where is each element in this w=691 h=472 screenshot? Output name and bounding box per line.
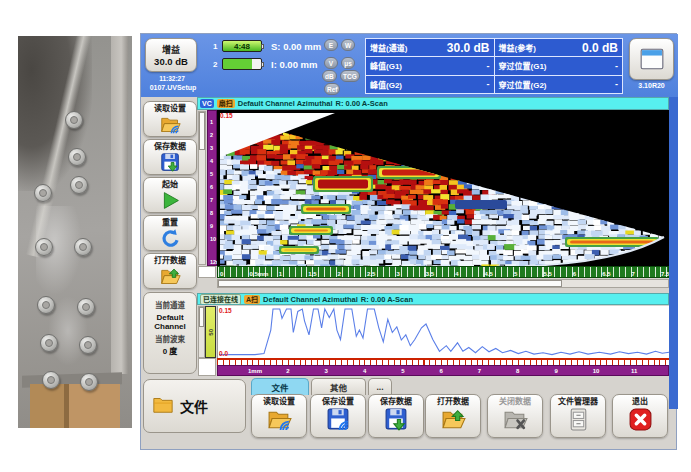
quick-key-w[interactable]: W [341, 39, 355, 51]
menu-button-4[interactable]: 打开数据 [425, 394, 481, 438]
undo-icon [160, 228, 181, 249]
menu-button-2[interactable]: 保存设置 [310, 394, 366, 438]
readout-value: 0.0 dB [582, 41, 618, 55]
measurement-readouts: 增益(通道)30.0 dB增益(参考)0.0 dB峰值(G1)-穿过位置(G1)… [365, 38, 623, 94]
distance-tick-label: 0 [220, 271, 223, 277]
screen: 增益 30.0 dB 11:32:27 0107.UVSetup 1 4:48 … [0, 0, 691, 472]
menu-button-label: 关闭数据 [499, 397, 531, 407]
range-tick-label: 2 [286, 368, 289, 374]
sidebar-button-2[interactable]: 保存数据 [143, 139, 197, 175]
firmware-version: 3.10R20 [629, 82, 674, 89]
sscan-vscrollbar[interactable] [198, 111, 206, 265]
display-layout-button[interactable] [629, 38, 674, 80]
sscan-title: Default Channel Azimuthal [238, 99, 333, 108]
readout-label: 增益(参考) [499, 42, 536, 53]
menu-tab-3[interactable]: ... [368, 378, 392, 395]
menu-button-7[interactable]: 退出 [612, 394, 668, 438]
distance-tick-label: 4.5 [485, 271, 493, 277]
menu-button-label: 读取设置 [263, 397, 295, 407]
folder-wifi-icon [160, 114, 181, 135]
readout-cell: 增益(参考)0.0 dB [495, 39, 623, 56]
rivet [74, 238, 92, 256]
quick-key-db[interactable]: dB [322, 70, 337, 82]
current-beam-value: 0 度 [163, 347, 178, 356]
sidebar-button-label: 读取设置 [154, 104, 186, 114]
depth-tick-label: 1 [210, 119, 213, 125]
sector-scan-chip: 扇扫 [217, 99, 235, 108]
sidebar-button-5[interactable]: 打开数据 [143, 253, 197, 289]
sscan-hscrollbar[interactable] [217, 279, 669, 288]
depth-tick-label: 4 [210, 158, 213, 164]
menu-button-label: 保存设置 [322, 397, 354, 407]
readout-value: - [487, 79, 490, 89]
menu-button-1[interactable]: 读取设置 [251, 394, 307, 438]
sidebar-button-label: 重置 [162, 218, 178, 228]
menu-section-label: 文件 [143, 379, 246, 433]
range-tick-label: 7 [478, 368, 481, 374]
ascan-scale-top: 0.15 [219, 307, 232, 314]
readout-cell: 增益(通道)30.0 dB [366, 39, 494, 56]
quick-key-tcg[interactable]: TCG [340, 70, 360, 82]
quick-key-v[interactable]: V [324, 57, 338, 69]
photo-wood-base [30, 384, 120, 428]
gain-button-value: 30.0 dB [154, 56, 188, 67]
rivet [68, 148, 86, 166]
channel-panel: 当前通道 Default Channel 当前波束 0 度 [143, 292, 197, 374]
rivet [40, 334, 58, 352]
range-tick-label: 3 [325, 368, 328, 374]
ascan-scale-mid: 50 [208, 329, 214, 336]
menu-button-label: 文件管理器 [558, 397, 598, 407]
gain-button[interactable]: 增益 30.0 dB [145, 38, 197, 72]
readout-value: - [487, 61, 490, 71]
menu-button-6[interactable]: 文件管理器 [550, 394, 606, 438]
sscan-distance-ruler: 00.5mm11.522.533.544.555.566.577.5 [217, 266, 669, 278]
readout-label: 峰值(G2) [370, 79, 402, 90]
gate-width-readout: I: 0.00 mm [271, 59, 317, 70]
ascan-chip: A扫 [244, 295, 260, 304]
menu-button-label: 打开数据 [437, 397, 469, 407]
exit-icon [628, 407, 653, 432]
sidebar-button-4[interactable]: 重置 [143, 215, 197, 251]
readout-label: 增益(通道) [370, 42, 407, 53]
floppy-wifi-icon [326, 407, 351, 432]
distance-tick-label: 2.5 [367, 271, 375, 277]
folder-icon [152, 393, 174, 419]
instrument-window: 增益 30.0 dB 11:32:27 0107.UVSetup 1 4:48 … [140, 33, 677, 450]
distance-tick-label: 6 [573, 271, 576, 277]
floppy-down-icon [384, 407, 409, 432]
folder-wifi-icon [267, 407, 292, 432]
menu-tab-1[interactable]: 文件 [251, 378, 309, 395]
distance-tick-label: 5 [514, 271, 517, 277]
distance-tick-label: 2 [338, 271, 341, 277]
play-icon [160, 190, 181, 211]
sidebar-button-1[interactable]: 读取设置 [143, 101, 197, 137]
quick-key-e[interactable]: E [324, 39, 338, 51]
sscan-ruler-corner [198, 266, 216, 278]
menu-button-3[interactable]: 保存数据 [368, 394, 424, 438]
quick-key-ref[interactable]: Ref [324, 83, 340, 95]
ascan-title: Default Channel Azimuthal [263, 295, 358, 304]
range-tick-label: 6 [440, 368, 443, 374]
rivet [35, 238, 53, 256]
ascan-header: 已连接在线 A扫 Default Channel Azimuthal R: 0.… [197, 293, 669, 305]
quick-key-μs[interactable]: μs [341, 57, 355, 69]
gain-button-label: 增益 [162, 43, 180, 56]
battery2-index: 2 [213, 60, 217, 69]
readout-cell: 穿过位置(G2)- [495, 76, 623, 93]
distance-tick-label: 3.5 [426, 271, 434, 277]
readout-value: 30.0 dB [447, 41, 490, 55]
readout-cell: 穿过位置(G1)- [495, 57, 623, 74]
menu-section-text: 文件 [180, 396, 208, 416]
range-tick-label: 9 [554, 368, 557, 374]
menu-tab-2[interactable]: 其他 [311, 378, 366, 395]
current-channel-label: 当前通道 [155, 299, 185, 310]
sscan-depth-ruler: 1234567891012mm [207, 110, 217, 266]
distance-tick-label: 4 [455, 271, 458, 277]
sidebar-button-3[interactable]: 起始 [143, 177, 197, 213]
readout-cell: 峰值(G2)- [366, 76, 494, 93]
ascan-vscrollbar[interactable] [198, 306, 205, 358]
rivet [77, 298, 95, 316]
range-tick-label: 8 [516, 368, 519, 374]
ascan-plot [217, 306, 669, 358]
ascan-amplitude-scale: 50 [205, 306, 216, 358]
